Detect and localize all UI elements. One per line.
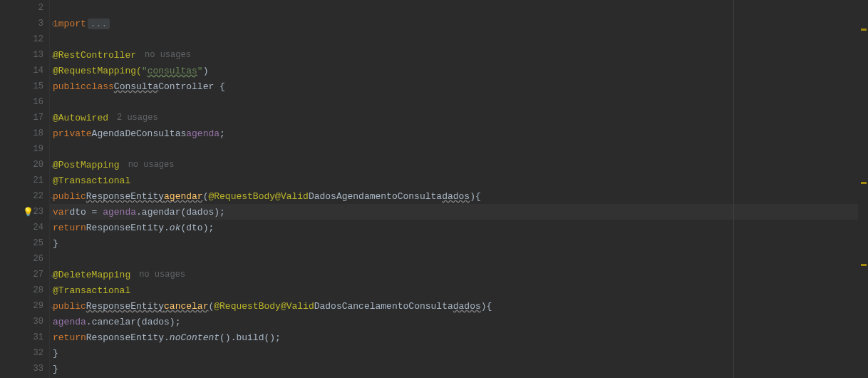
code-line[interactable] — [50, 0, 868, 16]
gutter-row: 33 — [0, 361, 49, 377]
usage-hint: no usages — [145, 50, 191, 60]
line-number: 25 — [33, 238, 43, 248]
gutter-row: 29⌄ — [0, 298, 49, 314]
agendar-method: agendar — [164, 191, 203, 202]
line-number: 17 — [33, 113, 43, 123]
line-number: 29 — [33, 301, 43, 311]
rail-warning-mark[interactable] — [861, 29, 867, 31]
transactional-annotation: @Transactional — [53, 175, 130, 186]
gutter-row: 16 — [0, 94, 49, 110]
dados-cancelamento-type: DadosCancelamentoConsulta — [314, 301, 453, 312]
code-line[interactable]: return ResponseEntity.ok(dto); — [50, 220, 868, 235]
gutter-row: 26 — [0, 251, 49, 267]
code-line[interactable] — [50, 141, 868, 157]
gutter-row: 23💡 — [0, 204, 49, 220]
code-line[interactable]: @DeleteMappingno usages — [50, 267, 868, 282]
agendar-call: agendar — [142, 207, 181, 218]
code-line[interactable]: public ResponseEntity agendar(@RequestBo… — [50, 188, 868, 204]
code-line[interactable]: var dto = agenda.agendar(dados); — [50, 204, 868, 220]
code-line[interactable]: @RestControllerno usages — [50, 47, 868, 63]
line-number: 12 — [33, 34, 43, 44]
usage-hint: no usages — [128, 160, 175, 170]
gutter-row: 31 — [0, 330, 49, 345]
line-number: 31 — [33, 332, 43, 342]
dto-var: dto — [69, 207, 86, 218]
line-number: 13 — [33, 50, 43, 60]
class-name-consulta: Consulta — [114, 81, 158, 92]
gutter-row: 28 — [0, 282, 49, 298]
vertical-divider — [733, 0, 734, 378]
gutter-row: 3› — [0, 16, 49, 31]
minimap-rail[interactable] — [858, 0, 868, 378]
line-number: 30 — [33, 317, 43, 327]
line-number: 21 — [33, 175, 43, 185]
rail-warning-mark[interactable] — [861, 264, 867, 266]
response-entity-type: ResponseEntity — [86, 191, 164, 202]
gutter-row: 21 — [0, 173, 49, 188]
line-number: 33 — [33, 364, 43, 374]
gutter-row: 24 — [0, 220, 49, 235]
code-line[interactable] — [50, 251, 868, 267]
line-number: 32 — [33, 348, 43, 358]
code-area[interactable]: import ...@RestControllerno usages@Reque… — [49, 0, 868, 378]
code-line[interactable]: } — [50, 361, 868, 377]
rest-controller-annotation: @RestController — [53, 50, 136, 61]
agenda-field: agenda — [186, 128, 219, 139]
folded-ellipsis[interactable]: ... — [88, 19, 110, 29]
transactional-annotation-2: @Transactional — [53, 285, 130, 296]
import-keyword: import — [53, 19, 86, 29]
code-line[interactable]: agenda.cancelar(dados); — [50, 314, 868, 330]
dados-agendamento-type: DadosAgendamentoConsulta — [309, 191, 442, 202]
code-line[interactable]: @Autowired2 usages — [50, 110, 868, 126]
line-number: 15 — [33, 81, 43, 91]
code-line[interactable]: } — [50, 345, 868, 361]
cancelar-call: cancelar — [92, 317, 136, 327]
line-number: 24 — [33, 223, 43, 233]
gutter-row: 2 — [0, 0, 49, 16]
line-number: 2 — [38, 3, 43, 13]
code-line[interactable]: @Transactional — [50, 173, 868, 188]
post-mapping-annotation: @PostMapping — [53, 160, 120, 170]
request-mapping-annotation: @RequestMapping( — [53, 66, 142, 76]
line-number: 18 — [33, 128, 43, 138]
code-line[interactable] — [50, 31, 868, 47]
line-number: 26 — [33, 254, 43, 264]
line-number: 23 — [33, 207, 43, 217]
gutter-row: 15 — [0, 78, 49, 94]
rail-warning-mark[interactable] — [861, 182, 867, 184]
dados-param: dados — [442, 191, 470, 202]
class-name-controller: Controller — [158, 81, 214, 92]
gutter-row: 18 — [0, 126, 49, 141]
gutter-row: 27⌄ — [0, 267, 49, 282]
delete-mapping-annotation: @DeleteMapping — [53, 270, 130, 280]
line-number: 19 — [33, 144, 43, 154]
mapping-path: consultas — [148, 66, 197, 76]
code-line[interactable]: @Transactional — [50, 282, 868, 298]
no-content-method: noContent — [170, 332, 219, 343]
line-number: 16 — [33, 97, 43, 107]
line-number: 14 — [33, 66, 43, 76]
agenda-type: AgendaDeConsultas — [92, 128, 187, 139]
gutter-row: 17 — [0, 110, 49, 126]
code-line[interactable]: private AgendaDeConsultas agenda; — [50, 126, 868, 141]
line-number: 22 — [33, 191, 43, 201]
ok-method: ok — [170, 223, 181, 233]
code-line[interactable]: @RequestMapping("consultas") — [50, 63, 868, 78]
gutter-row: 12 — [0, 31, 49, 47]
code-line[interactable]: return ResponseEntity.noContent().build(… — [50, 330, 868, 345]
gutter-row: 25 — [0, 235, 49, 251]
code-line[interactable]: import ... — [50, 16, 868, 31]
gutter-row: 13⌄ — [0, 47, 49, 63]
code-line[interactable]: public class ConsultaController { — [50, 78, 868, 94]
lightbulb-icon[interactable]: 💡 — [23, 207, 33, 218]
code-line[interactable]: } — [50, 235, 868, 251]
line-number: 28 — [33, 285, 43, 295]
gutter-row: 32 — [0, 345, 49, 361]
code-line[interactable]: @PostMappingno usages — [50, 157, 868, 173]
gutter-row: 14 — [0, 63, 49, 78]
code-line[interactable] — [50, 94, 868, 110]
usage-hint: no usages — [139, 270, 185, 280]
line-number: 27 — [33, 270, 43, 280]
code-line[interactable]: public ResponseEntity cancelar(@RequestB… — [50, 298, 868, 314]
autowired-annotation: @Autowired — [53, 113, 108, 123]
